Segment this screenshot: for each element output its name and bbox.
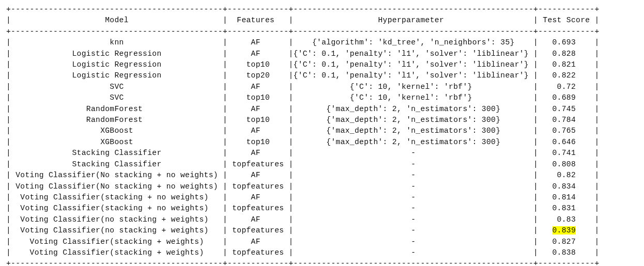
ascii-table: +---------------------------------------… <box>6 4 638 266</box>
